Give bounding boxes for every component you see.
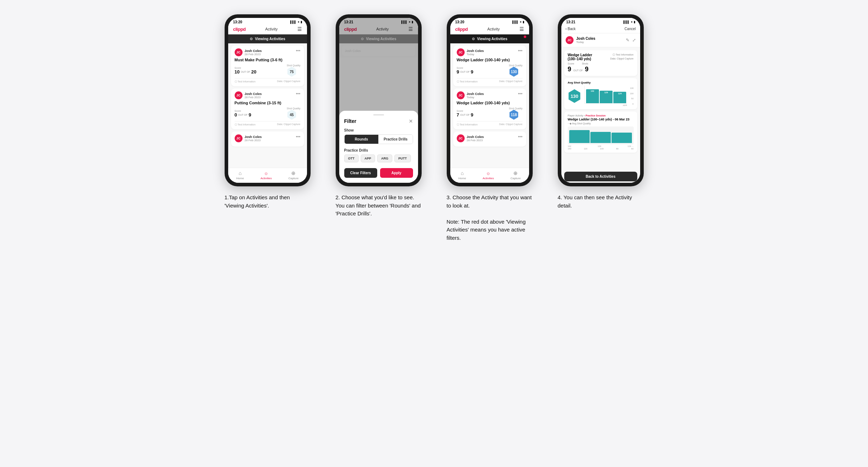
footer-left-3-1: ⓘ Test Information	[457, 80, 478, 84]
card-menu-3-1[interactable]: •••	[518, 48, 523, 53]
tab-activities-3[interactable]: ☼ Activities	[483, 170, 494, 180]
card-title-3-1: Wedge Ladder (100-140 yds)	[457, 58, 523, 62]
activity-card-1-1[interactable]: JC Josh Coles 28 Feb 2023 ••• Must Make …	[231, 46, 304, 86]
card-menu-1-1[interactable]: •••	[296, 48, 301, 53]
nav-title-3: Activity	[487, 27, 500, 31]
score-sep-1-2: OUT OF	[238, 114, 248, 116]
back-to-activities-btn[interactable]: Back to Activities	[564, 172, 637, 181]
time-3: 13:20	[455, 20, 465, 24]
tab-activities-label-3: Activities	[483, 177, 494, 180]
banner-text-1: Viewing Activities	[255, 37, 285, 41]
chart-label-2-4: 129	[598, 145, 601, 147]
player-activity-label-4: Player Activity • Practice Session	[568, 114, 634, 117]
chip-app[interactable]: APP	[361, 154, 375, 162]
tab-bar-3: ⌂ Home ☼ Activities ⊕ Capture	[450, 168, 529, 183]
viewing-banner-3[interactable]: ⚙ Viewing Activities	[450, 34, 529, 43]
tab-capture-3[interactable]: ⊕ Capture	[510, 170, 521, 180]
avatar-1-2: JC	[235, 91, 243, 99]
tab-capture-1[interactable]: ⊕ Capture	[288, 170, 298, 180]
avatar-4: JC	[566, 36, 574, 44]
filter-chips-2: OTT APP ARG PUTT	[344, 154, 413, 162]
phone-4: 13:21 ▌▌▌ ⌖ ▮ ‹ Back Cancel JC Josh Cole…	[558, 14, 644, 186]
caption-3: 3. Choose the Activity that you want to …	[447, 194, 533, 242]
card-menu-1-3[interactable]: •••	[296, 134, 301, 139]
score-label-1-1: Score	[235, 67, 256, 69]
card-menu-1-2[interactable]: •••	[296, 91, 301, 96]
tab-home-label-1: Home	[236, 177, 244, 180]
shots-val-3-2: 9	[471, 112, 473, 118]
clear-filters-btn[interactable]: Clear Filters	[344, 168, 377, 178]
score-label-1-2: Score	[235, 110, 251, 112]
time-1: 13:20	[233, 20, 243, 24]
time-4: 13:21	[566, 20, 576, 24]
toggle-rounds-btn[interactable]: Rounds	[345, 135, 379, 144]
step-2-col: 13:21 ▌▌▌ ⌖ ▮ clippd Activity ☰ ⚙ Viewin…	[329, 14, 429, 218]
y-axis-mid2-4: 50	[630, 97, 633, 100]
logo-1: clippd	[233, 27, 246, 32]
chip-ott[interactable]: OTT	[344, 154, 359, 162]
status-bar-3: 13:20 ▌▌▌ ⌖ ▮	[450, 18, 529, 25]
card-title-1-2: Putting Combine (3-15 ft)	[235, 101, 301, 105]
filter-close-btn[interactable]: ✕	[409, 118, 413, 124]
chip-putt[interactable]: PUTT	[394, 154, 411, 162]
card-menu-3-2[interactable]: •••	[518, 91, 523, 96]
app-nav-1: clippd Activity ☰	[228, 25, 307, 34]
quality-label-1-2: Shot Quality	[287, 107, 300, 110]
user-date-3-1: Today	[467, 53, 484, 56]
cancel-btn-4[interactable]: Cancel	[624, 27, 636, 31]
activities-list-3: JC Josh Coles Today ••• Wedge Ladder (10…	[450, 43, 529, 168]
detail-quality-card-4: Avg Shot Quality 130 132 129	[564, 78, 637, 109]
edit-icon-4[interactable]: ✎	[626, 38, 629, 43]
user-date-1-2: 28 Feb 2023	[245, 96, 262, 99]
practice-session-label-4: Practice Session	[585, 114, 605, 117]
score-val-3-1: 9	[457, 69, 459, 75]
signal-icon: ▌▌▌	[290, 20, 296, 24]
user-name-3-2: Josh Coles	[467, 92, 484, 96]
nav-title-1: Activity	[265, 27, 278, 31]
user-name-3-1: Josh Coles	[467, 49, 484, 53]
menu-icon-3[interactable]: ☰	[519, 26, 524, 32]
activity-card-1-2[interactable]: JC Josh Coles 28 Feb 2023 ••• Putting Co…	[231, 89, 304, 129]
y-axis-bot-4: 0	[630, 103, 633, 105]
detail-quality-capture-4: Data: Clippd Capture	[610, 57, 633, 60]
activity-card-1-3[interactable]: JC Josh Coles 28 Feb 2023 •••	[231, 132, 304, 147]
chip-arg[interactable]: ARG	[377, 154, 392, 162]
back-btn-4[interactable]: ‹ Back	[566, 27, 576, 31]
phone-2: 13:21 ▌▌▌ ⌖ ▮ clippd Activity ☰ ⚙ Viewin…	[336, 14, 422, 186]
score-label-3-1: Score	[457, 67, 474, 69]
viewing-banner-1[interactable]: ⚙ Viewing Activities	[228, 34, 307, 43]
step-4-col: 13:21 ▌▌▌ ⌖ ▮ ‹ Back Cancel JC Josh Cole…	[551, 14, 651, 210]
tab-home-1[interactable]: ⌂ Home	[236, 170, 244, 180]
bar-label-3-4: 124	[618, 92, 622, 95]
tab-home-3[interactable]: ⌂ Home	[459, 170, 466, 180]
bar-label-1-4: 132	[591, 90, 594, 92]
avatar-3-1: JC	[457, 48, 465, 56]
activities-list-1: JC Josh Coles 28 Feb 2023 ••• Must Make …	[228, 43, 307, 168]
y-label-5-4: 60	[631, 148, 634, 150]
activities-icon-1: ☼	[264, 170, 269, 176]
user-date-3-2: Today	[467, 96, 484, 99]
expand-icon-4[interactable]: ⤢	[632, 38, 636, 43]
tab-activities-1[interactable]: ☼ Activities	[260, 170, 272, 180]
signal-icon-4: ▌▌▌	[623, 20, 629, 24]
menu-icon-1[interactable]: ☰	[297, 26, 302, 32]
apply-btn[interactable]: Apply	[380, 168, 413, 178]
settings-icon-3: ⚙	[472, 37, 475, 41]
avatar-1-1: JC	[235, 48, 243, 56]
y-label-3-4: 100	[600, 148, 604, 150]
footer-right-3-2: Data: Clippd Capture	[499, 123, 522, 127]
caption-1: 1.Tap on Activities and then 'Viewing Ac…	[225, 194, 311, 210]
battery-icon-3: ▮	[523, 20, 524, 24]
activity-card-3-1[interactable]: JC Josh Coles Today ••• Wedge Ladder (10…	[453, 46, 526, 86]
battery-icon-4: ▮	[634, 20, 635, 24]
status-icons-1: ▌▌▌ ⌖ ▮	[290, 20, 302, 24]
activity-card-3-3[interactable]: JC Josh Coles 28 Feb 2023 •••	[453, 132, 526, 147]
wifi-icon: ⌖	[298, 20, 299, 24]
chart-axis-label-4: APP	[623, 104, 627, 106]
quality-hex-3-2: 118	[509, 110, 519, 120]
card-menu-3-3[interactable]: •••	[518, 134, 523, 139]
toggle-practice-btn[interactable]: Practice Drills	[379, 135, 413, 144]
activity-card-3-2[interactable]: JC Josh Coles Today ••• Wedge Ladder (10…	[453, 89, 526, 129]
app-nav-3: clippd Activity ☰	[450, 25, 529, 34]
caption-2: 2. Choose what you'd like to see. You ca…	[336, 194, 422, 218]
